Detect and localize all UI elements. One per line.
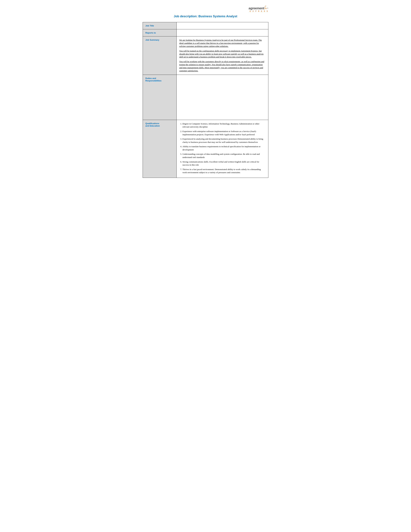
list-item: Thrives in a fast paced environment. Dem… xyxy=(182,168,266,174)
summary-paragraph-3: You will be working with the customers d… xyxy=(179,60,266,72)
job-summary-label: Job Summary xyxy=(143,37,177,75)
logo-express: E X P R E S S xyxy=(250,10,268,12)
list-item: Experienced in analyzing and documenting… xyxy=(182,137,266,144)
reports-to-label: Reports to xyxy=(143,29,177,37)
list-item: Experience with enterprise software impl… xyxy=(182,130,266,136)
logo-brand-text: agreement xyxy=(249,6,264,10)
qualifications-row: Qualifications and Education Degree in C… xyxy=(143,120,268,178)
duties-content xyxy=(177,75,268,120)
reports-to-row: Reports to xyxy=(143,29,268,37)
job-summary-row: Job Summary We are looking for Business … xyxy=(143,37,268,75)
page-title: Job description: Business Systems Analys… xyxy=(143,15,268,18)
list-item: Ability to translate business requiremen… xyxy=(182,145,266,151)
job-title-row: Job Title xyxy=(143,22,268,29)
qualifications-label: Qualifications and Education xyxy=(143,120,177,178)
job-title-content xyxy=(177,22,268,29)
summary-paragraph-2: You will be trained on the configuration… xyxy=(179,49,266,59)
job-summary-content: We are looking for Business Systems Anal… xyxy=(177,37,268,75)
duties-label: Duties and Responsibilities xyxy=(143,75,177,120)
job-description-table: Job Title Reports to Job Summary We are … xyxy=(143,22,268,178)
summary-paragraph-1: We are looking for Business Systems Anal… xyxy=(179,39,266,48)
list-item: Understanding concepts of data modelling… xyxy=(182,152,266,159)
page-title-area: Job description: Business Systems Analys… xyxy=(143,15,268,18)
qualifications-list: Degree in Computer Science, Information … xyxy=(179,122,266,174)
duties-row: Duties and Responsibilities xyxy=(143,75,268,120)
list-item: Degree in Computer Science, Information … xyxy=(182,122,266,128)
logo-area: agreementℒ™ E X P R E S S xyxy=(143,6,268,12)
qualifications-content: Degree in Computer Science, Information … xyxy=(177,120,268,178)
reports-to-content xyxy=(177,29,268,37)
logo-brand: agreementℒ™ xyxy=(249,6,268,10)
list-item: Strong communications skills. Excellent … xyxy=(182,160,266,167)
job-title-label: Job Title xyxy=(143,22,177,29)
